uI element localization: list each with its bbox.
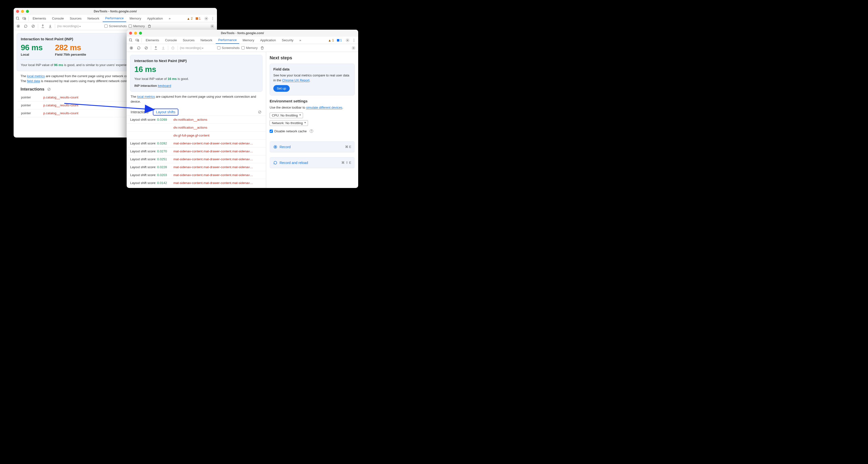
download-icon[interactable] [160, 45, 166, 51]
kebab-icon[interactable] [210, 16, 215, 21]
tab-performance[interactable]: Performance [103, 15, 126, 22]
no-entry-icon[interactable] [46, 87, 52, 92]
download-icon[interactable] [48, 24, 53, 29]
svg-point-22 [353, 48, 354, 49]
errors-badge[interactable]: 1 [196, 17, 200, 20]
reload-icon [273, 160, 278, 165]
trash-icon[interactable] [259, 45, 265, 51]
divider [151, 46, 151, 50]
inspect-icon[interactable] [15, 16, 21, 21]
clear-icon[interactable] [144, 45, 149, 51]
reload-icon[interactable] [23, 24, 28, 29]
tab-elements[interactable]: Elements [30, 15, 49, 22]
tab-sources[interactable]: Sources [67, 15, 84, 22]
settings-icon[interactable] [210, 24, 215, 29]
inp-summary: Your local INP value of 16 ms is good. [134, 76, 258, 81]
upload-icon[interactable] [40, 24, 45, 29]
tab-application[interactable]: Application [145, 15, 165, 22]
checkbox[interactable] [104, 25, 107, 28]
layout-shift-row[interactable]: Layout shift score: 0.0269 div.notificat… [127, 116, 266, 124]
screenshots-checkbox[interactable]: Screenshots [217, 46, 240, 50]
settings-icon[interactable] [204, 16, 209, 21]
divider [28, 16, 29, 21]
tab-security[interactable]: Security [279, 37, 296, 43]
inp-card: Interaction to Next Paint (INP) 16 ms Yo… [130, 55, 262, 92]
checkbox[interactable] [217, 46, 220, 50]
kebab-icon[interactable] [351, 38, 357, 43]
tab-console[interactable]: Console [162, 37, 179, 43]
divider [178, 46, 178, 50]
tab-network[interactable]: Network [198, 37, 215, 43]
settings-icon[interactable] [351, 45, 356, 51]
tab-memory[interactable]: Memory [127, 15, 144, 22]
layout-shift-row[interactable]: Layout shift score: 0.0282 mat-sidenav-c… [127, 140, 266, 147]
tab-layout-shifts[interactable]: Layout shifts [153, 109, 178, 116]
recordings-dropdown[interactable]: (no recordings) [180, 46, 203, 50]
tab-console[interactable]: Console [50, 15, 66, 22]
layout-shift-row[interactable]: Layout shift score: 0.0142 mat-sidenav-c… [127, 179, 266, 187]
warnings-badge[interactable]: ▲2 [187, 17, 193, 21]
inp-interaction-line: INP interaction keyboard [134, 83, 258, 88]
layout-shift-row[interactable]: Layout shift score: 0.0251 mat-sidenav-c… [127, 155, 266, 163]
device-toolbar-icon[interactable] [134, 38, 140, 43]
record-reload-action[interactable]: Record and reload ⌘ ⇧ E [270, 157, 355, 168]
network-throttle-select[interactable]: Network: No throttling [270, 120, 308, 126]
layout-shift-row[interactable]: Layout shift score: 0.0228 mat-sidenav-c… [127, 163, 266, 171]
recordings-dropdown[interactable]: (no recordings) [57, 24, 81, 28]
clear-icon[interactable] [30, 24, 36, 29]
panel-tabs: Elements Console Sources Network Perform… [13, 15, 217, 22]
simulate-devices-link[interactable]: simulate different devices [306, 105, 342, 109]
titlebar: DevTools - fonts.google.com/ [13, 8, 217, 15]
window-title: DevTools - fonts.google.com/ [13, 10, 217, 13]
tab-network[interactable]: Network [85, 15, 102, 22]
more-tabs[interactable]: » [297, 37, 304, 43]
layout-shift-row[interactable]: Layout shift score: 0.0270 mat-sidenav-c… [127, 147, 266, 155]
svg-point-18 [354, 41, 354, 41]
checkbox[interactable] [241, 46, 245, 50]
reload-icon[interactable] [136, 45, 142, 51]
help-icon[interactable]: ? [310, 129, 313, 133]
settings-icon[interactable] [345, 38, 350, 43]
divider [142, 38, 142, 42]
memory-checkbox[interactable]: Memory [241, 46, 257, 50]
record-icon[interactable] [129, 45, 134, 51]
inp-local-value: 96 ms [21, 43, 42, 52]
tab-elements[interactable]: Elements [143, 37, 161, 43]
layout-shift-sub-row[interactable]: div.gf-full-page.gf-content [127, 131, 266, 140]
screenshots-checkbox[interactable]: Screenshots [104, 24, 127, 28]
tab-performance[interactable]: Performance [216, 37, 239, 44]
home-icon[interactable] [170, 45, 176, 51]
info-badge[interactable]: 1 [337, 38, 342, 42]
record-icon[interactable] [16, 24, 21, 29]
inspect-icon[interactable] [128, 38, 133, 43]
setup-button[interactable]: Set up [273, 85, 290, 92]
performance-toolbar: (no recordings) Screenshots Memory [13, 22, 217, 30]
tab-application[interactable]: Application [258, 37, 279, 43]
more-tabs[interactable]: » [166, 15, 173, 22]
inp-local-label: Local [21, 53, 42, 56]
checkbox[interactable] [270, 130, 273, 133]
inp-interaction-link[interactable]: keyboard [158, 84, 171, 88]
device-toolbar-icon[interactable] [22, 16, 27, 21]
svg-point-6 [213, 19, 213, 20]
window-title: DevTools - fonts.google.com/ [127, 31, 358, 35]
memory-checkbox[interactable]: Memory [129, 24, 145, 28]
record-action[interactable]: Record ⌘ E [270, 142, 355, 152]
disable-cache-checkbox[interactable]: Disable network cache ? [270, 129, 355, 133]
field-data-link[interactable]: field data [27, 79, 40, 83]
tab-memory[interactable]: Memory [240, 37, 257, 43]
trash-icon[interactable] [147, 24, 152, 29]
inp-field-label: Field 75th percentile [55, 53, 86, 56]
local-metrics-link[interactable]: local metrics [27, 74, 45, 78]
tab-interactions[interactable]: Interactions [130, 109, 149, 116]
checkbox[interactable] [129, 25, 132, 28]
chrome-ux-report-link[interactable]: Chrome UX Report [282, 79, 309, 82]
local-metrics-link[interactable]: local metrics [137, 95, 155, 98]
warnings-badge[interactable]: ▲1 [328, 38, 334, 42]
tab-sources[interactable]: Sources [180, 37, 197, 43]
cpu-throttle-select[interactable]: CPU: No throttling [270, 113, 303, 118]
layout-shift-sub-row[interactable]: div.notification__actions [127, 124, 266, 131]
upload-icon[interactable] [153, 45, 159, 51]
no-entry-icon[interactable] [257, 109, 262, 115]
layout-shift-row[interactable]: Layout shift score: 0.0203 mat-sidenav-c… [127, 171, 266, 179]
